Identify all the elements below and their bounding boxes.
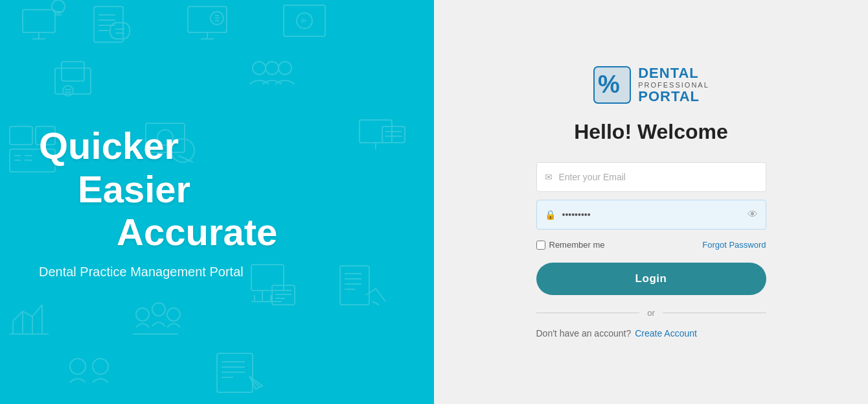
logo-dental: DENTAL bbox=[638, 65, 709, 81]
svg-point-68 bbox=[93, 359, 108, 374]
svg-rect-41 bbox=[382, 126, 405, 143]
login-form: ✉ 🔒 👁 Remember me Forgot Password Login … bbox=[536, 162, 766, 339]
svg-rect-26 bbox=[10, 126, 32, 145]
email-input[interactable] bbox=[559, 172, 758, 182]
svg-rect-13 bbox=[188, 6, 227, 32]
lock-icon: 🔒 bbox=[545, 209, 556, 220]
email-icon: ✉ bbox=[545, 172, 553, 182]
svg-point-21 bbox=[266, 62, 279, 75]
no-account-text: Don't have an account? bbox=[536, 328, 632, 339]
email-wrapper: ✉ bbox=[536, 162, 766, 192]
logo-container: % DENTAL PROFESSIONAL PORTAL bbox=[593, 65, 709, 104]
svg-text:%: % bbox=[598, 71, 620, 98]
remember-me-checkbox[interactable] bbox=[536, 241, 545, 250]
logo-text: DENTAL PROFESSIONAL PORTAL bbox=[638, 65, 709, 104]
divider-text: or bbox=[647, 308, 655, 318]
svg-point-67 bbox=[70, 359, 86, 374]
svg-rect-24 bbox=[62, 62, 84, 81]
svg-rect-61 bbox=[340, 266, 369, 305]
svg-rect-0 bbox=[23, 10, 55, 32]
svg-point-49 bbox=[136, 308, 149, 321]
welcome-title: Hello! Welcome bbox=[574, 120, 728, 144]
remember-me-label[interactable]: Remember me bbox=[536, 240, 605, 250]
form-options: Remember me Forgot Password bbox=[536, 240, 766, 250]
forgot-password-link[interactable]: Forgot Password bbox=[702, 240, 766, 250]
headline-line2: Easier bbox=[39, 168, 277, 211]
create-account-link[interactable]: Create Account bbox=[635, 328, 697, 339]
svg-point-50 bbox=[152, 303, 165, 316]
svg-line-66 bbox=[372, 302, 379, 305]
divider: or bbox=[536, 308, 766, 318]
svg-point-20 bbox=[253, 62, 266, 75]
headline-line3: Accurate bbox=[39, 211, 277, 254]
hero-text: Quicker Easier Accurate Dental Practice … bbox=[39, 125, 277, 279]
svg-point-22 bbox=[279, 62, 291, 75]
left-panel: Quicker Easier Accurate Dental Practice … bbox=[0, 0, 434, 404]
logo-icon: % bbox=[593, 65, 632, 104]
password-wrapper: 🔒 👁 bbox=[536, 200, 766, 230]
password-input[interactable] bbox=[562, 209, 742, 220]
remember-me-text: Remember me bbox=[549, 240, 605, 250]
subheading: Dental Practice Management Portal bbox=[39, 265, 277, 279]
svg-point-51 bbox=[167, 308, 180, 321]
headline-line1: Quicker bbox=[39, 125, 277, 168]
logo-portal: PORTAL bbox=[638, 89, 709, 104]
login-button[interactable]: Login bbox=[536, 263, 766, 295]
divider-line-right bbox=[663, 313, 766, 313]
create-account-row: Don't have an account? Create Account bbox=[536, 328, 766, 339]
eye-icon[interactable]: 👁 bbox=[748, 209, 758, 220]
svg-rect-5 bbox=[94, 6, 123, 42]
divider-line-left bbox=[536, 313, 640, 313]
right-panel: % DENTAL PROFESSIONAL PORTAL Hello! Welc… bbox=[434, 0, 868, 404]
